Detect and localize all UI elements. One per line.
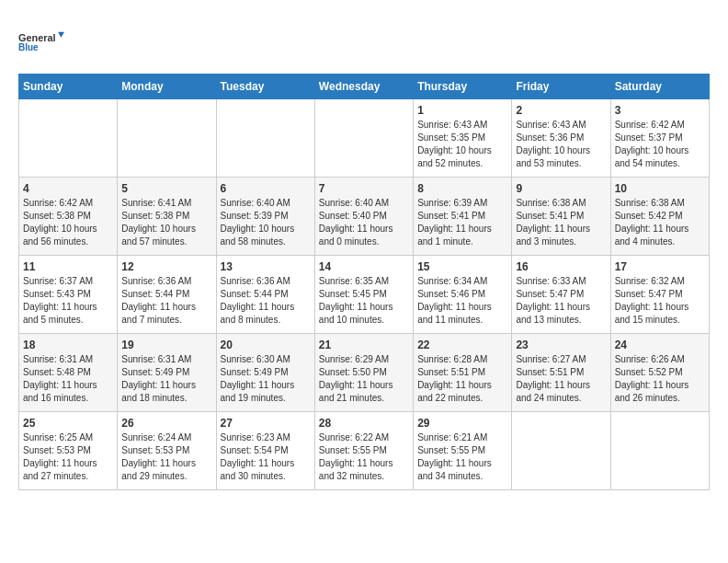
day-number: 28 (319, 417, 409, 430)
calendar-cell: 3Sunrise: 6:42 AMSunset: 5:37 PMDaylight… (610, 99, 709, 178)
logo: General Blue (18, 18, 64, 64)
weekday-header-friday: Friday (512, 75, 610, 99)
weekday-header-row: SundayMondayTuesdayWednesdayThursdayFrid… (19, 75, 710, 99)
day-number: 26 (121, 417, 211, 430)
day-number: 16 (516, 260, 606, 273)
day-info: Sunrise: 6:23 AMSunset: 5:54 PMDaylight:… (221, 431, 311, 483)
day-info: Sunrise: 6:27 AMSunset: 5:51 PMDaylight:… (516, 353, 606, 405)
day-info: Sunrise: 6:21 AMSunset: 5:55 PMDaylight:… (417, 431, 507, 483)
day-info: Sunrise: 6:36 AMSunset: 5:44 PMDaylight:… (121, 275, 211, 327)
day-number: 10 (615, 182, 705, 195)
calendar-cell: 21Sunrise: 6:29 AMSunset: 5:50 PMDayligh… (314, 334, 413, 412)
day-number: 2 (516, 104, 606, 117)
day-info: Sunrise: 6:31 AMSunset: 5:49 PMDaylight:… (121, 353, 211, 405)
day-number: 18 (23, 339, 113, 351)
calendar-cell: 28Sunrise: 6:22 AMSunset: 5:55 PMDayligh… (314, 412, 413, 490)
day-info: Sunrise: 6:29 AMSunset: 5:50 PMDaylight:… (319, 353, 409, 405)
calendar-cell (610, 412, 709, 490)
day-info: Sunrise: 6:40 AMSunset: 5:40 PMDaylight:… (319, 197, 409, 248)
day-number: 7 (319, 182, 409, 195)
calendar-cell: 22Sunrise: 6:28 AMSunset: 5:51 PMDayligh… (414, 334, 512, 412)
calendar-cell (314, 99, 413, 178)
calendar-cell: 8Sunrise: 6:39 AMSunset: 5:41 PMDaylight… (414, 178, 512, 256)
day-info: Sunrise: 6:35 AMSunset: 5:45 PMDaylight:… (319, 275, 409, 327)
weekday-header-wednesday: Wednesday (314, 75, 413, 99)
weekday-header-saturday: Saturday (610, 75, 709, 99)
calendar-week-row: 4Sunrise: 6:42 AMSunset: 5:38 PMDaylight… (19, 178, 710, 256)
day-info: Sunrise: 6:39 AMSunset: 5:41 PMDaylight:… (417, 197, 507, 248)
calendar-cell: 25Sunrise: 6:25 AMSunset: 5:53 PMDayligh… (19, 412, 118, 490)
calendar-cell: 7Sunrise: 6:40 AMSunset: 5:40 PMDaylight… (314, 178, 413, 256)
day-info: Sunrise: 6:22 AMSunset: 5:55 PMDaylight:… (319, 431, 409, 483)
day-info: Sunrise: 6:42 AMSunset: 5:38 PMDaylight:… (23, 197, 113, 248)
calendar-cell: 6Sunrise: 6:40 AMSunset: 5:39 PMDaylight… (216, 178, 314, 256)
calendar-week-row: 25Sunrise: 6:25 AMSunset: 5:53 PMDayligh… (19, 412, 710, 490)
day-number: 23 (516, 339, 606, 351)
calendar-cell: 9Sunrise: 6:38 AMSunset: 5:41 PMDaylight… (512, 178, 610, 256)
calendar-cell: 29Sunrise: 6:21 AMSunset: 5:55 PMDayligh… (414, 412, 512, 490)
day-number: 11 (23, 260, 113, 273)
day-number: 6 (221, 182, 311, 195)
calendar-cell (216, 99, 314, 178)
calendar-cell: 14Sunrise: 6:35 AMSunset: 5:45 PMDayligh… (314, 256, 413, 334)
day-number: 15 (417, 260, 507, 273)
calendar-cell: 2Sunrise: 6:43 AMSunset: 5:36 PMDaylight… (512, 99, 610, 178)
day-info: Sunrise: 6:37 AMSunset: 5:43 PMDaylight:… (23, 275, 113, 327)
day-info: Sunrise: 6:38 AMSunset: 5:41 PMDaylight:… (516, 197, 606, 248)
day-info: Sunrise: 6:34 AMSunset: 5:46 PMDaylight:… (417, 275, 507, 327)
day-info: Sunrise: 6:40 AMSunset: 5:39 PMDaylight:… (221, 197, 311, 248)
day-info: Sunrise: 6:26 AMSunset: 5:52 PMDaylight:… (615, 353, 705, 405)
calendar-cell: 11Sunrise: 6:37 AMSunset: 5:43 PMDayligh… (19, 256, 118, 334)
calendar-cell: 13Sunrise: 6:36 AMSunset: 5:44 PMDayligh… (216, 256, 314, 334)
weekday-header-sunday: Sunday (19, 75, 118, 99)
day-number: 22 (417, 339, 507, 351)
day-info: Sunrise: 6:38 AMSunset: 5:42 PMDaylight:… (615, 197, 705, 248)
calendar-cell: 4Sunrise: 6:42 AMSunset: 5:38 PMDaylight… (19, 178, 118, 256)
day-number: 9 (516, 182, 606, 195)
day-info: Sunrise: 6:36 AMSunset: 5:44 PMDaylight:… (221, 275, 311, 327)
logo-svg: General Blue (18, 18, 64, 64)
calendar-cell: 18Sunrise: 6:31 AMSunset: 5:48 PMDayligh… (19, 334, 118, 412)
day-info: Sunrise: 6:33 AMSunset: 5:47 PMDaylight:… (516, 275, 606, 327)
day-number: 14 (319, 260, 409, 273)
day-number: 20 (221, 339, 311, 351)
weekday-header-tuesday: Tuesday (216, 75, 314, 99)
calendar-cell: 19Sunrise: 6:31 AMSunset: 5:49 PMDayligh… (118, 334, 216, 412)
day-number: 13 (221, 260, 311, 273)
calendar-cell: 15Sunrise: 6:34 AMSunset: 5:46 PMDayligh… (414, 256, 512, 334)
weekday-header-thursday: Thursday (414, 75, 512, 99)
calendar-table: SundayMondayTuesdayWednesdayThursdayFrid… (18, 74, 710, 490)
calendar-cell: 24Sunrise: 6:26 AMSunset: 5:52 PMDayligh… (610, 334, 709, 412)
calendar-cell: 17Sunrise: 6:32 AMSunset: 5:47 PMDayligh… (610, 256, 709, 334)
day-info: Sunrise: 6:24 AMSunset: 5:53 PMDaylight:… (121, 431, 211, 483)
day-info: Sunrise: 6:25 AMSunset: 5:53 PMDaylight:… (23, 431, 113, 483)
calendar-cell: 23Sunrise: 6:27 AMSunset: 5:51 PMDayligh… (512, 334, 610, 412)
day-info: Sunrise: 6:42 AMSunset: 5:37 PMDaylight:… (615, 119, 705, 170)
calendar-cell: 16Sunrise: 6:33 AMSunset: 5:47 PMDayligh… (512, 256, 610, 334)
calendar-cell: 5Sunrise: 6:41 AMSunset: 5:38 PMDaylight… (118, 178, 216, 256)
svg-marker-2 (58, 32, 64, 38)
day-number: 19 (121, 339, 211, 351)
day-number: 3 (615, 104, 705, 117)
day-number: 1 (417, 104, 507, 117)
calendar-cell: 1Sunrise: 6:43 AMSunset: 5:35 PMDaylight… (414, 99, 512, 178)
day-number: 12 (121, 260, 211, 273)
day-number: 27 (221, 417, 311, 430)
day-number: 25 (23, 417, 113, 430)
calendar-cell (118, 99, 216, 178)
calendar-cell: 26Sunrise: 6:24 AMSunset: 5:53 PMDayligh… (118, 412, 216, 490)
day-info: Sunrise: 6:43 AMSunset: 5:36 PMDaylight:… (516, 119, 606, 170)
day-number: 17 (615, 260, 705, 273)
day-info: Sunrise: 6:43 AMSunset: 5:35 PMDaylight:… (417, 119, 507, 170)
calendar-cell: 27Sunrise: 6:23 AMSunset: 5:54 PMDayligh… (216, 412, 314, 490)
calendar-week-row: 1Sunrise: 6:43 AMSunset: 5:35 PMDaylight… (19, 99, 710, 178)
calendar-cell: 10Sunrise: 6:38 AMSunset: 5:42 PMDayligh… (610, 178, 709, 256)
day-info: Sunrise: 6:28 AMSunset: 5:51 PMDaylight:… (417, 353, 507, 405)
day-info: Sunrise: 6:32 AMSunset: 5:47 PMDaylight:… (615, 275, 705, 327)
calendar-week-row: 18Sunrise: 6:31 AMSunset: 5:48 PMDayligh… (19, 334, 710, 412)
day-info: Sunrise: 6:41 AMSunset: 5:38 PMDaylight:… (121, 197, 211, 248)
page-header: General Blue (18, 18, 710, 64)
svg-text:General: General (18, 32, 56, 43)
day-number: 5 (121, 182, 211, 195)
day-number: 8 (417, 182, 507, 195)
